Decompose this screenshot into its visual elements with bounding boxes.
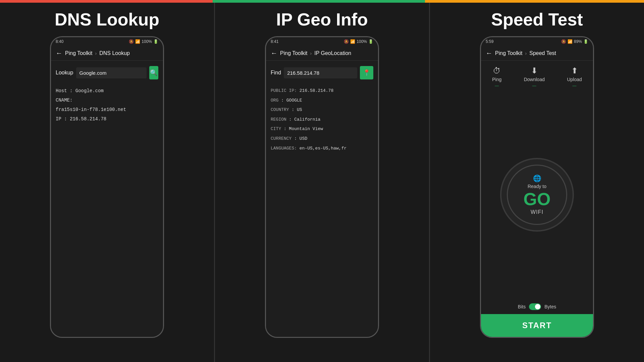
speed-test-panel: Speed Test 5:59 🔕 📶 89% 🔋 ← Ping Toolkit… [430,3,644,362]
toggle-knob [535,304,540,309]
dns-lookup-label: Lookup [56,70,73,76]
wifi-text: WIFI [531,209,543,215]
ready-text: Ready to [528,184,546,189]
geo-org: ORG : GOOGLE [271,96,373,106]
dns-lookup-input[interactable] [76,67,147,78]
dns-nav-current: DNS Lookup [99,50,130,56]
ip-geo-title: IP Geo Info [276,9,368,29]
ping-value: — [495,83,499,88]
geo-city: CITY : Mountain View [271,124,373,134]
speed-test-phone: 5:59 🔕 📶 89% 🔋 ← Ping Toolkit › Speed Te… [480,36,594,338]
geo-find-row: Find 📍 [271,66,373,79]
dns-lookup-phone: 8:40 🔕 📶 100% 🔋 ← Ping Toolkit › DNS Loo… [50,36,164,338]
download-icon: ⬇ [531,66,538,75]
geo-public-ip: PUBLIC IP: 216.58.214.78 [271,86,373,96]
geo-status-bar: 8:41 🔕 📶 100% 🔋 [266,37,378,46]
ip-geo-panel: IP Geo Info 8:41 🔕 📶 100% 🔋 ← Ping Toolk… [215,3,429,362]
geo-locate-button[interactable]: 📍 [360,66,373,79]
speed-back-button[interactable]: ← [486,49,492,57]
main-content: DNS Lookup 8:40 🔕 📶 100% 🔋 ← Ping Toolki… [0,3,644,362]
dns-status-bar: 8:40 🔕 📶 100% 🔋 [51,37,163,46]
ping-label: Ping [492,77,501,82]
metric-ping: ⏱ Ping — [492,66,501,88]
dns-nav-bar: ← Ping Toolkit › DNS Lookup [51,46,163,61]
start-button[interactable]: START [481,314,593,337]
geo-region: REGION : California [271,115,373,125]
geo-results: PUBLIC IP: 216.58.214.78 ORG : GOOGLE CO… [271,86,373,153]
geo-status-icons: 🔕 📶 100% 🔋 [344,39,373,44]
bits-label: Bits [518,304,526,309]
bits-bytes-toggle[interactable] [529,303,541,310]
dns-results: Host : Google.com CNAME: fra15s10-in-f78… [56,86,158,124]
dns-result-ip: IP : 216.58.214.78 [56,114,158,124]
top-color-bar [0,0,644,3]
dns-search-button[interactable]: 🔍 [149,66,159,79]
geo-back-button[interactable]: ← [271,49,277,57]
ip-geo-phone: 8:41 🔕 📶 100% 🔋 ← Ping Toolkit › IP GeoL… [265,36,379,338]
speed-time: 5:59 [486,39,493,44]
geo-find-label: Find [271,70,281,76]
dns-breadcrumb: Ping Toolkit [65,50,93,56]
geo-nav-current: IP GeoLocation [314,50,351,56]
dns-lookup-row: Lookup 🔍 [56,66,158,79]
speed-circle-container: 🌐 Ready to GO WIFI [481,90,593,299]
geo-breadcrumb: Ping Toolkit [280,50,308,56]
ping-icon: ⏱ [493,66,501,75]
speed-nav-separator: › [525,51,527,56]
bits-bytes-toggle-row: Bits Bytes [481,299,593,314]
dns-lookup-title: DNS Lookup [55,9,159,29]
speed-phone-body: ⏱ Ping — ⬇ Download — ⬆ Upload — [481,61,593,337]
upload-label: Upload [567,77,582,82]
download-value: — [532,83,536,88]
dns-back-button[interactable]: ← [56,49,62,57]
upload-icon: ⬆ [571,66,578,75]
geo-country: COUNTRY : US [271,105,373,115]
upload-value: — [573,83,577,88]
geo-find-input[interactable] [284,67,357,78]
metric-upload: ⬆ Upload — [567,66,582,88]
speed-status-icons: 🔕 📶 89% 🔋 [561,39,588,44]
geo-nav-separator: › [310,51,312,56]
dns-phone-body: Lookup 🔍 Host : Google.com CNAME: fra15s… [51,61,163,337]
geo-phone-body: Find 📍 PUBLIC IP: 216.58.214.78 ORG : GO… [266,61,378,337]
dns-result-host: Host : Google.com [56,86,158,96]
dns-result-cname: CNAME: [56,96,158,105]
dns-nav-separator: › [95,51,97,56]
speed-nav-bar: ← Ping Toolkit › Speed Test [481,46,593,61]
speed-status-bar: 5:59 🔕 📶 89% 🔋 [481,37,593,46]
speed-test-title: Speed Test [491,9,583,29]
dns-result-cname-value: fra15s10-in-f78.1e100.net [56,105,158,114]
globe-icon: 🌐 [533,174,541,182]
speed-metrics-row: ⏱ Ping — ⬇ Download — ⬆ Upload — [481,61,593,90]
download-label: Download [524,77,545,82]
geo-time: 8:41 [271,39,278,44]
geo-languages: LANGUAGES: en-US,es-US,haw,fr [271,144,373,154]
speed-circle[interactable]: 🌐 Ready to GO WIFI [500,158,574,232]
bytes-label: Bytes [544,304,556,309]
speed-circle-inner: 🌐 Ready to GO WIFI [507,165,567,225]
go-text: GO [524,190,551,208]
dns-time: 8:40 [56,39,63,44]
speed-nav-current: Speed Test [529,50,556,56]
dns-lookup-panel: DNS Lookup 8:40 🔕 📶 100% 🔋 ← Ping Toolki… [0,3,214,362]
geo-nav-bar: ← Ping Toolkit › IP GeoLocation [266,46,378,61]
geo-currency: CURRENCY : USD [271,134,373,144]
speed-breadcrumb: Ping Toolkit [495,50,523,56]
metric-download: ⬇ Download — [524,66,545,88]
dns-status-icons: 🔕 📶 100% 🔋 [129,39,158,44]
